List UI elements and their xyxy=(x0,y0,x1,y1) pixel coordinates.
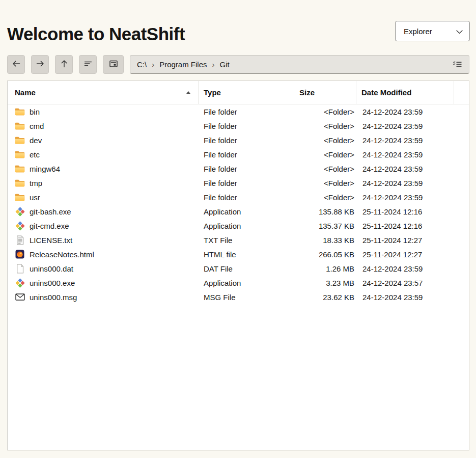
file-name-cell: cmd xyxy=(8,121,199,131)
file-type: DAT File xyxy=(199,264,294,273)
folder-icon xyxy=(15,164,25,174)
up-button[interactable] xyxy=(55,55,73,74)
file-size: <Folder> xyxy=(294,193,356,202)
file-type: File folder xyxy=(199,179,294,187)
sort-ascending-icon xyxy=(186,91,190,94)
table-row[interactable]: git-bash.exe Application 135.88 KB 25-11… xyxy=(8,204,469,219)
breadcrumb-separator-icon: › xyxy=(212,60,215,69)
file-name: ReleaseNotes.html xyxy=(30,250,94,259)
column-header-date-modified-label: Date Modified xyxy=(361,88,411,97)
back-button[interactable] xyxy=(7,55,25,74)
column-header-date-modified[interactable]: Date Modified xyxy=(356,81,454,104)
file-name: dev xyxy=(30,136,42,145)
file-size: 266.05 KB xyxy=(294,250,356,259)
file-name: usr xyxy=(30,193,40,202)
column-header-name-label: Name xyxy=(15,88,36,97)
file-name-cell: LICENSE.txt xyxy=(8,235,199,245)
file-type: File folder xyxy=(199,136,294,145)
column-header-type-label: Type xyxy=(204,88,221,97)
column-header-size-label: Size xyxy=(299,88,315,97)
firefox-icon xyxy=(15,249,25,259)
file-date-modified: 25-11-2024 12:27 xyxy=(356,250,454,259)
file-size: <Folder> xyxy=(294,165,356,173)
table-row[interactable]: unins000.dat DAT File 1.26 MB 24-12-2024… xyxy=(8,261,469,276)
file-name-cell: git-cmd.exe xyxy=(8,221,199,231)
file-size: <Folder> xyxy=(294,150,356,159)
file-date-modified: 24-12-2024 23:59 xyxy=(356,264,454,273)
checklist-icon[interactable] xyxy=(452,60,463,69)
breadcrumb-separator-icon: › xyxy=(152,60,154,69)
table-row[interactable]: tmp File folder <Folder> 24-12-2024 23:5… xyxy=(8,176,469,190)
neatshift-window: { "header": { "title": "Welcome to NeatS… xyxy=(0,0,476,458)
chevron-down-icon xyxy=(456,27,463,36)
folder-icon xyxy=(15,106,25,117)
file-date-modified: 24-12-2024 23:59 xyxy=(356,122,454,130)
file-type: HTML file xyxy=(199,250,294,259)
table-row[interactable]: LICENSE.txt TXT File 18.33 KB 25-11-2024… xyxy=(8,233,469,247)
file-name: unins000.exe xyxy=(30,279,75,287)
column-header-name[interactable]: Name xyxy=(8,81,199,104)
file-name-cell: git-bash.exe xyxy=(8,206,199,217)
table-row[interactable]: bin File folder <Folder> 24-12-2024 23:5… xyxy=(8,104,469,119)
table-row[interactable]: unins000.msg MSG File 23.62 KB 24-12-202… xyxy=(8,290,469,304)
folder-icon xyxy=(15,121,25,131)
file-name: etc xyxy=(30,150,40,159)
file-name-cell: bin xyxy=(8,106,199,117)
application-icon xyxy=(15,278,25,288)
table-row[interactable]: unins000.exe Application 3.23 MB 24-12-2… xyxy=(8,276,469,290)
column-header-size[interactable]: Size xyxy=(294,81,356,104)
file-date-modified: 24-12-2024 23:59 xyxy=(356,293,454,302)
breadcrumb-segment-drive[interactable]: C:\ xyxy=(137,60,147,69)
text-file-icon xyxy=(15,235,25,245)
file-type: File folder xyxy=(199,165,294,173)
file-type: Application xyxy=(199,222,294,230)
preview-pane-button[interactable] xyxy=(103,55,124,74)
page-title: Welcome to NeatShift xyxy=(7,24,185,44)
file-name: tmp xyxy=(30,179,42,187)
folder-icon xyxy=(15,192,25,202)
application-icon xyxy=(15,206,25,217)
file-name-cell: usr xyxy=(8,192,199,202)
address-bar[interactable]: C:\ › Program Files › Git xyxy=(130,55,469,74)
file-name: LICENSE.txt xyxy=(30,236,72,245)
toolbar: C:\ › Program Files › Git xyxy=(7,55,469,74)
file-type: File folder xyxy=(199,107,294,116)
list-lines-icon xyxy=(83,59,93,70)
view-details-button[interactable] xyxy=(79,55,97,74)
file-type: File folder xyxy=(199,150,294,159)
file-name-cell: mingw64 xyxy=(8,164,199,174)
file-type: MSG File xyxy=(199,293,294,302)
table-row[interactable]: mingw64 File folder <Folder> 24-12-2024 … xyxy=(8,161,469,176)
forward-button[interactable] xyxy=(31,55,49,74)
table-row[interactable]: etc File folder <Folder> 24-12-2024 23:5… xyxy=(8,147,469,161)
breadcrumb-segment-git[interactable]: Git xyxy=(220,60,230,69)
table-row[interactable]: cmd File folder <Folder> 24-12-2024 23:5… xyxy=(8,119,469,133)
file-list: bin File folder <Folder> 24-12-2024 23:5… xyxy=(8,104,469,304)
file-name-cell: dev xyxy=(8,135,199,145)
file-type: File folder xyxy=(199,193,294,202)
blank-file-icon xyxy=(15,263,25,274)
file-size: 1.26 MB xyxy=(294,264,356,273)
mode-selector-dropdown[interactable]: Explorer xyxy=(395,21,470,41)
column-header-type[interactable]: Type xyxy=(199,81,294,104)
table-row[interactable]: git-cmd.exe Application 135.37 KB 25-11-… xyxy=(8,219,469,233)
table-row[interactable]: usr File folder <Folder> 24-12-2024 23:5… xyxy=(8,190,469,204)
folder-icon xyxy=(15,149,25,159)
file-size: 135.88 KB xyxy=(294,207,356,216)
mode-selector-value: Explorer xyxy=(404,27,432,36)
file-type: Application xyxy=(199,279,294,287)
file-date-modified: 25-11-2024 12:16 xyxy=(356,222,454,230)
file-size: <Folder> xyxy=(294,107,356,116)
table-header: Name Type Size Date Modified xyxy=(8,81,469,104)
folder-icon xyxy=(15,135,25,145)
table-row[interactable]: dev File folder <Folder> 24-12-2024 23:5… xyxy=(8,133,469,147)
table-row[interactable]: ReleaseNotes.html HTML file 266.05 KB 25… xyxy=(8,247,469,261)
file-name-cell: unins000.msg xyxy=(8,292,199,302)
breadcrumb-segment-program-files[interactable]: Program Files xyxy=(159,60,207,69)
file-date-modified: 25-11-2024 12:27 xyxy=(356,236,454,245)
file-date-modified: 24-12-2024 23:57 xyxy=(356,279,454,287)
file-size: 3.23 MB xyxy=(294,279,356,287)
file-type: Application xyxy=(199,207,294,216)
file-name-cell: ReleaseNotes.html xyxy=(8,249,199,259)
file-date-modified: 24-12-2024 23:59 xyxy=(356,165,454,173)
